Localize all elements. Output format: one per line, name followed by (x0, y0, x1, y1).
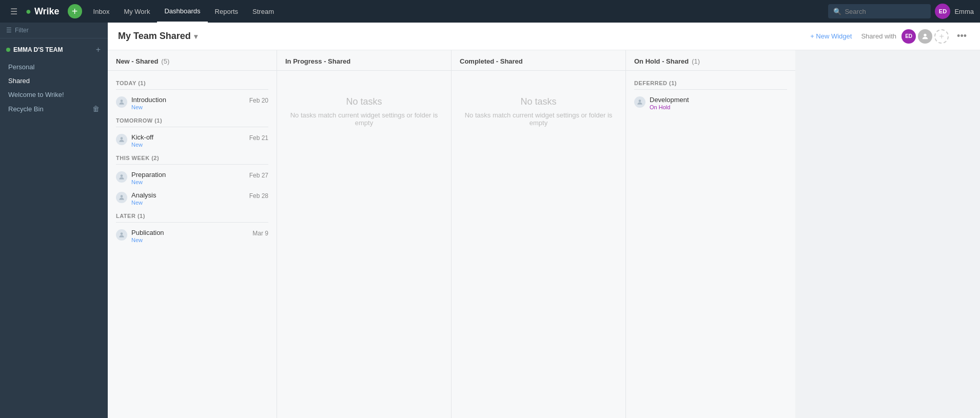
board-col-on-hold: On Hold - Shared(1)DEFERRED (1) Developm… (626, 50, 795, 418)
avatar-ghost-user[interactable] (918, 29, 932, 44)
svg-point-2 (121, 137, 123, 140)
user-avatar[interactable]: ED (935, 4, 950, 19)
task-info: Introduction New (131, 96, 245, 110)
task-avatar (116, 96, 127, 108)
board: New - Shared(5)TODAY (1) Introduction Ne… (108, 50, 980, 418)
title-dropdown-icon[interactable]: ▾ (194, 32, 198, 41)
filter-input[interactable] (15, 27, 102, 34)
search-box: 🔍 (828, 4, 931, 18)
team-header[interactable]: EMMA D'S TEAM + (6, 44, 102, 56)
page-title-text: My Team Shared (118, 31, 191, 42)
task-name: Analysis (131, 191, 245, 199)
board-col-in-progress: In Progress - SharedNo tasks No tasks ma… (277, 50, 452, 418)
empty-state: No tasks No tasks match current widget s… (277, 76, 451, 147)
task-info: Analysis New (131, 191, 245, 206)
team-section: EMMA D'S TEAM + (0, 38, 108, 58)
col-title: Completed - Shared (460, 57, 523, 65)
user-name: Emma (954, 8, 974, 15)
hamburger-menu[interactable]: ☰ (6, 5, 22, 18)
task-name: Publication (131, 229, 248, 236)
svg-point-3 (121, 174, 123, 177)
svg-point-6 (639, 99, 641, 102)
task-status: New (131, 142, 245, 148)
col-title: On Hold - Shared (634, 57, 689, 65)
nav-mywork[interactable]: My Work (116, 0, 157, 23)
filter-bar: ☰ (0, 23, 108, 38)
board-col-completed: Completed - SharedNo tasks No tasks matc… (452, 50, 626, 418)
filter-icon: ☰ (6, 27, 12, 34)
search-icon: 🔍 (833, 8, 841, 15)
top-navigation: ☰ ● Wrike + Inbox My Work Dashboards Rep… (0, 0, 980, 23)
task-date: Feb 21 (249, 134, 268, 142)
sidebar-item-recycle[interactable]: Recycle Bin 🗑 (0, 102, 108, 116)
task-group-label: LATER (1) (108, 209, 277, 221)
sidebar-item-shared[interactable]: Shared (0, 74, 108, 88)
nav-reports[interactable]: Reports (208, 0, 246, 23)
task-row[interactable]: Preparation New Feb 27 (108, 168, 277, 188)
empty-sub: No tasks match current widget settings o… (287, 111, 441, 127)
content-header: My Team Shared ▾ + New Widget Shared wit… (108, 23, 980, 50)
col-body-on-hold: DEFERRED (1) Development On Hold (626, 71, 795, 418)
team-dot (6, 48, 10, 52)
nav-links: Inbox My Work Dashboards Reports Stream (86, 0, 281, 23)
task-date: Feb 27 (249, 172, 268, 179)
task-date: Mar 9 (252, 230, 268, 237)
task-status: New (131, 104, 245, 110)
task-group-divider (116, 89, 268, 90)
task-row[interactable]: Publication New Mar 9 (108, 226, 277, 246)
team-add-button[interactable]: + (95, 46, 102, 54)
more-options-button[interactable]: ••• (954, 30, 970, 43)
sidebar-item-label: Personal (8, 63, 34, 71)
task-group-divider (116, 127, 268, 127)
task-group-label: TOMORROW (1) (108, 113, 277, 126)
task-group-label: THIS WEEK (2) (108, 151, 277, 163)
nav-dashboards[interactable]: Dashboards (157, 0, 207, 23)
empty-sub: No tasks match current widget settings o… (462, 111, 615, 127)
task-status: New (131, 237, 248, 243)
col-header-completed: Completed - Shared (452, 50, 625, 71)
task-avatar (116, 229, 127, 241)
task-name: Preparation (131, 171, 245, 178)
col-title: New - Shared (116, 57, 158, 65)
nav-inbox[interactable]: Inbox (86, 0, 117, 23)
page-title: My Team Shared ▾ (118, 31, 198, 42)
main-content: My Team Shared ▾ + New Widget Shared wit… (108, 23, 980, 418)
board-col-new-shared: New - Shared(5)TODAY (1) Introduction Ne… (108, 50, 277, 418)
task-group-divider (634, 89, 787, 90)
task-group-label: TODAY (1) (108, 76, 277, 88)
svg-point-1 (121, 99, 123, 102)
task-row[interactable]: Introduction New Feb 20 (108, 93, 277, 113)
col-body-in-progress: No tasks No tasks match current widget s… (277, 71, 451, 418)
avatar-group: ED + (901, 29, 949, 44)
add-shared-user-button[interactable]: + (934, 29, 949, 44)
sidebar-item-label: Welcome to Wrike! (8, 91, 64, 98)
avatar-ed[interactable]: ED (901, 29, 916, 44)
task-row[interactable]: Development On Hold (626, 93, 795, 113)
sidebar: ☰ EMMA D'S TEAM + Personal Shared Welcom… (0, 23, 108, 418)
sidebar-items: Personal Shared Welcome to Wrike! Recycl… (0, 58, 108, 118)
task-group-label: DEFERRED (1) (626, 76, 795, 88)
search-input[interactable] (845, 8, 916, 15)
col-header-new-shared: New - Shared(5) (108, 50, 277, 71)
empty-title: No tasks (520, 96, 556, 107)
task-info: Preparation New (131, 171, 245, 185)
task-info: Development On Hold (650, 96, 787, 110)
add-widget-button[interactable]: + New Widget (806, 30, 856, 42)
task-group-divider (116, 222, 268, 223)
sidebar-item-personal[interactable]: Personal (0, 60, 108, 74)
shared-with-label: Shared with (861, 32, 896, 40)
nav-stream[interactable]: Stream (245, 0, 281, 23)
task-row[interactable]: Analysis New Feb 28 (108, 188, 277, 209)
task-date: Feb 28 (249, 192, 268, 200)
empty-title: No tasks (346, 96, 382, 107)
svg-point-4 (121, 195, 123, 197)
task-row[interactable]: Kick-off New Feb 21 (108, 130, 277, 151)
task-info: Kick-off New (131, 133, 245, 148)
sidebar-item-welcome[interactable]: Welcome to Wrike! (0, 88, 108, 102)
add-button[interactable]: + (68, 4, 82, 18)
col-count: (5) (161, 57, 169, 65)
task-avatar (116, 134, 127, 145)
svg-point-0 (924, 33, 926, 36)
add-widget-label: + New Widget (810, 32, 852, 40)
task-group-divider (116, 164, 268, 165)
